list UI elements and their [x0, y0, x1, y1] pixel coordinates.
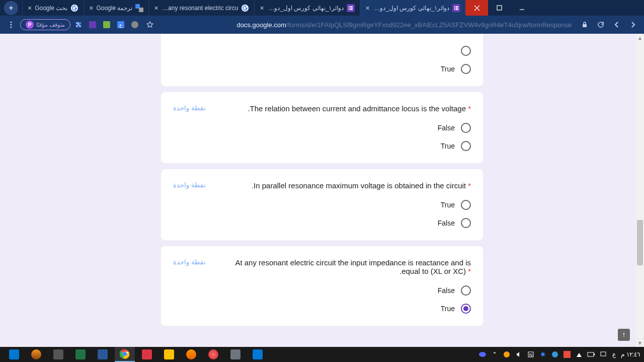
tab-close-icon[interactable]: ×	[89, 4, 93, 12]
svg-rect-29	[601, 352, 606, 356]
google-icon	[241, 4, 249, 12]
wifi-icon[interactable]	[575, 350, 583, 358]
svg-point-37	[479, 352, 486, 357]
tab-4[interactable]: بحث Google ×	[22, 0, 84, 16]
taskbar-app-word[interactable]	[93, 347, 113, 362]
tab-2[interactable]: At any resonant electric circu ×	[148, 0, 254, 16]
taskbar-app-firefox[interactable]	[181, 347, 201, 362]
svg-point-25	[11, 22, 12, 23]
scroll-down-arrow[interactable]: ▼	[636, 339, 644, 347]
points-label: نقطة واحدة	[173, 258, 206, 266]
radio-option[interactable]: True	[173, 200, 471, 210]
form-icon	[452, 4, 460, 12]
svg-rect-2	[454, 6, 455, 7]
question-text: .The relation between current and admitt…	[216, 104, 471, 113]
tab-close-icon[interactable]: ×	[260, 4, 264, 12]
tab-0[interactable]: دوائر١_نهائي كورس اول_دور او ×	[360, 0, 465, 16]
radio-option[interactable]	[173, 46, 471, 56]
action-center-icon[interactable]	[599, 350, 607, 358]
points-label: نقطة واحدة	[173, 181, 206, 189]
tab-title: بحث Google	[35, 5, 67, 12]
taskbar-app[interactable]	[4, 347, 24, 362]
radio-option[interactable]: True	[173, 304, 471, 314]
svg-rect-14	[350, 9, 353, 10]
svg-text:N: N	[529, 352, 533, 357]
reload-button[interactable]	[594, 18, 608, 32]
extension-icon[interactable]	[87, 19, 99, 31]
extension-icon[interactable]	[101, 19, 113, 31]
page-content: ▲ ▼ True	[0, 34, 644, 347]
radio-option[interactable]: False	[173, 123, 471, 133]
volume-icon[interactable]	[515, 350, 523, 358]
address-bar[interactable]: docs.google.com/forms/d/e/1FAIpQLSf9gmRg…	[159, 21, 576, 29]
tray-icon[interactable]	[551, 350, 559, 358]
url-domain: docs.google.com	[237, 21, 286, 29]
menu-button[interactable]	[4, 18, 18, 32]
tray-icon[interactable]	[503, 350, 511, 358]
radio-option[interactable]: True	[173, 141, 471, 151]
taskbar-app-explorer[interactable]	[159, 347, 179, 362]
svg-point-20	[131, 21, 138, 28]
radio-option[interactable]: True	[173, 64, 471, 74]
bookmark-star-icon[interactable]	[143, 18, 157, 32]
tab-close-icon[interactable]: ×	[28, 4, 32, 12]
window-minimize-button[interactable]	[511, 0, 533, 16]
required-star: *	[468, 104, 471, 113]
scroll-up-arrow[interactable]: ▲	[636, 34, 644, 42]
taskbar-app[interactable]	[225, 347, 246, 362]
form-icon	[347, 4, 355, 12]
extension-icon[interactable]: ع	[115, 19, 127, 31]
taskbar-app[interactable]	[203, 347, 223, 362]
discord-icon[interactable]	[478, 350, 487, 358]
svg-rect-19	[583, 24, 587, 27]
taskbar-app-chrome[interactable]	[115, 347, 135, 362]
tab-close-icon[interactable]: ×	[365, 4, 369, 12]
taskbar-app-acrobat[interactable]	[137, 347, 157, 362]
option-label: False	[438, 286, 455, 295]
google-icon	[70, 4, 78, 12]
svg-rect-7	[456, 9, 458, 10]
svg-rect-6	[454, 9, 455, 10]
taskbar-app-excel[interactable]	[70, 347, 91, 362]
radio-option[interactable]: False	[173, 218, 471, 228]
option-label: True	[441, 142, 455, 150]
radio-icon	[461, 285, 471, 296]
tab-close-icon[interactable]: ×	[154, 4, 158, 12]
tab-title: At any resonant electric circu	[162, 5, 238, 12]
svg-rect-4	[454, 8, 455, 9]
taskbar-app[interactable]	[48, 347, 68, 362]
window-maximize-button[interactable]	[488, 0, 511, 16]
tab-3[interactable]: ترجمة Google ×	[84, 0, 148, 16]
radio-icon	[461, 200, 471, 210]
svg-rect-11	[349, 8, 350, 9]
taskbar-app[interactable]	[248, 347, 268, 362]
lock-icon[interactable]	[578, 18, 592, 32]
taskbar-app[interactable]	[26, 347, 46, 362]
tray-icon[interactable]: N	[527, 350, 535, 358]
bluetooth-icon[interactable]: ✱	[539, 350, 547, 358]
nav-forward-button[interactable]	[626, 18, 640, 32]
window-close-button[interactable]	[465, 0, 488, 16]
language-indicator[interactable]: ع	[612, 351, 616, 358]
tray-icon[interactable]	[563, 350, 571, 358]
radio-icon	[461, 141, 471, 151]
svg-rect-9	[349, 6, 350, 7]
tab-1[interactable]: دوائر١_نهائي كورس اول_دور او ×	[254, 0, 360, 16]
new-tab-button[interactable]: +	[4, 1, 18, 15]
svg-rect-17	[139, 8, 143, 12]
tab-title: ترجمة Google	[96, 5, 132, 12]
tray-chevron-icon[interactable]: ⌃	[491, 350, 499, 358]
extensions-puzzle-icon[interactable]	[72, 19, 85, 31]
question-card: .In parallel resonance maximum voltage i…	[161, 169, 483, 240]
scrollbar[interactable]: ▲ ▼	[636, 34, 644, 347]
scrollbar-thumb[interactable]	[637, 220, 643, 265]
radio-icon	[461, 123, 471, 133]
profile-paused-badge[interactable]: متوقف مؤقتًا P	[20, 19, 70, 30]
report-problem-button[interactable]	[618, 329, 630, 341]
radio-option[interactable]: False	[173, 285, 471, 296]
clock[interactable]: ١٢:٤٦ م	[621, 351, 640, 358]
nav-back-button[interactable]	[610, 18, 624, 32]
battery-icon[interactable]	[587, 350, 595, 358]
question-text: At any resonant electric circuit the inp…	[216, 258, 471, 275]
extension-icon[interactable]	[129, 19, 141, 31]
